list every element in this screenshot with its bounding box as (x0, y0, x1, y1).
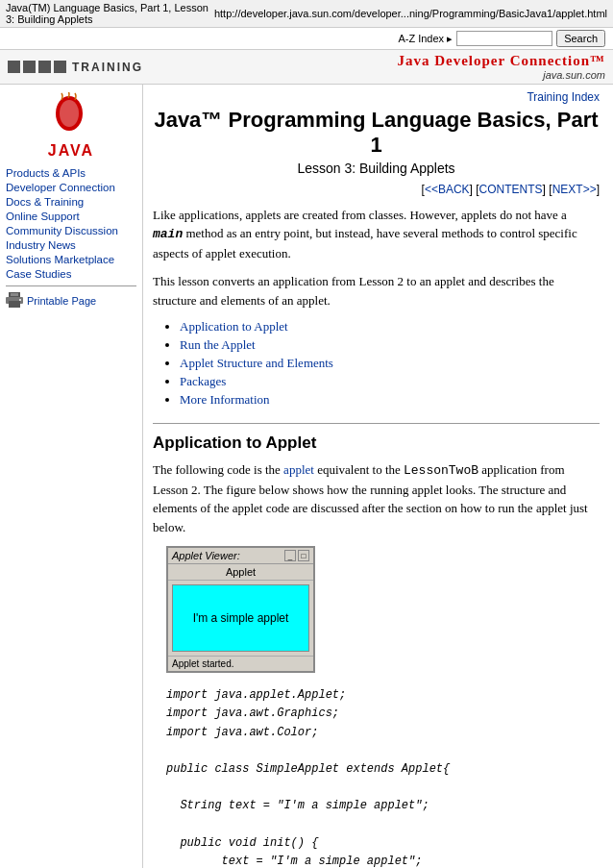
sidebar-item-marketplace[interactable]: Solutions Marketplace (6, 254, 136, 265)
contents-link[interactable]: CONTENTS (479, 183, 543, 196)
sidebar-item-products[interactable]: Products & APIs (6, 167, 136, 179)
svg-rect-5 (11, 293, 18, 296)
toc-link-1[interactable]: Application to Applet (180, 319, 288, 334)
section1-body: The following code is the applet equival… (153, 460, 600, 536)
java-logo: JAVA (6, 92, 136, 160)
top-navigation-bar: TRAINING Java Developer Connection™ java… (0, 50, 613, 85)
printable-page-label: Printable Page (27, 295, 96, 307)
toc-link-5[interactable]: More Information (180, 392, 270, 407)
training-label: TRAINING (72, 61, 143, 74)
back-link[interactable]: <<BACK (425, 183, 470, 196)
sidebar-item-developer[interactable]: Developer Connection (6, 182, 136, 193)
training-index-container: Training Index (153, 90, 600, 104)
training-index-link[interactable]: Training Index (527, 90, 600, 104)
top-bar-left: TRAINING (8, 61, 143, 74)
nav-icon-2 (23, 61, 36, 73)
java-logo-text: JAVA (6, 142, 136, 160)
page-subtitle: Lesson 3: Building Applets (297, 161, 454, 176)
list-item: Packages (180, 374, 600, 389)
browser-title-bar: Java(TM) Language Basics, Part 1, Lesson… (0, 0, 613, 28)
nav-icon-3 (38, 61, 51, 73)
toc-list: Application to Applet Run the Applet App… (153, 319, 600, 408)
maximize-button[interactable]: □ (298, 550, 309, 561)
top-bar-right: Java Developer Connection™ java.sun.com (397, 53, 605, 81)
az-search-bar: A-Z Index ▸ Search (0, 28, 613, 50)
sidebar-item-casestudies[interactable]: Case Studies (6, 268, 136, 280)
svg-point-1 (60, 100, 79, 127)
section-divider-1 (153, 423, 600, 424)
applet-viewer-controls: _ □ (284, 550, 309, 561)
list-item: Run the Applet (180, 337, 600, 353)
sidebar: JAVA Products & APIs Developer Connectio… (0, 85, 142, 868)
applet-status-bar: Applet started. (168, 656, 313, 671)
nav-icon-1 (8, 61, 20, 73)
jdc-subtitle: java.sun.com (543, 69, 605, 81)
nav-icons (8, 61, 66, 73)
applet-link[interactable]: applet (283, 462, 314, 477)
list-item: More Information (180, 392, 600, 408)
jdc-title: Java Developer Connection™ (397, 53, 605, 69)
applet-viewer-titlebar: Applet Viewer: _ □ (168, 548, 313, 564)
page-nav-links: [<<BACK] [CONTENTS] [NEXT>>] (153, 183, 600, 196)
sidebar-nav: Products & APIs Developer Connection Doc… (6, 167, 136, 280)
intro-paragraph-1: Like applications, applets are created f… (153, 206, 600, 263)
java-logo-svg (42, 92, 100, 145)
sidebar-item-docs[interactable]: Docs & Training (6, 196, 136, 208)
browser-title-left: Java(TM) Language Basics, Part 1, Lesson… (6, 2, 214, 25)
applet-canvas-text: I'm a simple applet (193, 611, 289, 625)
next-link[interactable]: NEXT>> (552, 183, 597, 196)
toc-link-4[interactable]: Packages (180, 374, 226, 388)
sidebar-item-community[interactable]: Community Discussion (6, 225, 136, 236)
section1-title: Application to Applet (153, 434, 600, 453)
sidebar-divider (6, 285, 136, 286)
printer-icon (6, 292, 23, 310)
toc-link-3[interactable]: Applet Structure and Elements (180, 356, 333, 370)
sidebar-item-support[interactable]: Online Support (6, 211, 136, 222)
sidebar-item-industry[interactable]: Industry News (6, 239, 136, 251)
list-item: Application to Applet (180, 319, 600, 335)
search-input[interactable] (456, 31, 552, 46)
az-index-label: A-Z Index ▸ (398, 33, 453, 45)
minimize-button[interactable]: _ (284, 550, 296, 561)
content-area: JAVA Products & APIs Developer Connectio… (0, 85, 613, 868)
search-button[interactable]: Search (556, 30, 605, 47)
page-title: Java™ Programming Language Basics, Part … (154, 108, 598, 157)
nav-icon-4 (54, 61, 66, 73)
intro-paragraph-2: This lesson converts an application from… (153, 272, 600, 310)
code-block: import java.applet.Applet; import java.a… (166, 686, 600, 868)
browser-title-right: http://developer.java.sun.com/developer.… (214, 8, 607, 19)
toc-link-2[interactable]: Run the Applet (180, 337, 256, 352)
list-item: Applet Structure and Elements (180, 356, 600, 371)
applet-inner-title: Applet (168, 564, 313, 581)
svg-rect-4 (9, 301, 20, 308)
applet-viewer-title-label: Applet Viewer: (172, 550, 240, 561)
svg-rect-6 (19, 299, 21, 301)
printable-page-link[interactable]: Printable Page (6, 292, 136, 310)
applet-viewer: Applet Viewer: _ □ Applet I'm a simple a… (166, 546, 315, 673)
main-content: Training Index Java™ Programming Languag… (142, 85, 613, 868)
applet-canvas: I'm a simple applet (172, 584, 309, 652)
